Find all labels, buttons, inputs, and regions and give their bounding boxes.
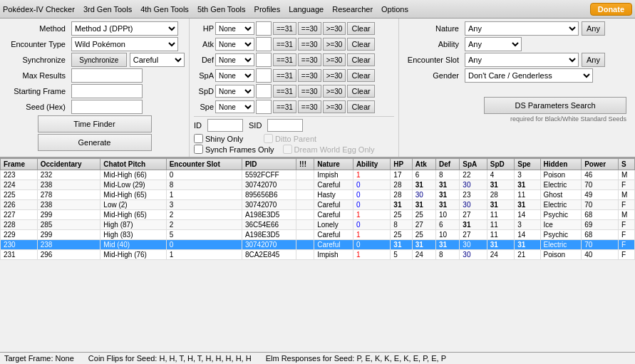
menu-item-5thgen[interactable]: 5th Gen Tools bbox=[197, 5, 246, 14]
max-results-input[interactable]: 1000 bbox=[71, 68, 143, 83]
hp-eq30-btn[interactable]: ==30 bbox=[298, 22, 321, 35]
spa-label: SpA bbox=[194, 71, 214, 80]
def-clear-btn[interactable]: Clear bbox=[347, 53, 374, 66]
col-ability[interactable]: Ability bbox=[353, 159, 390, 170]
def-eq31-btn[interactable]: ==31 bbox=[273, 53, 296, 66]
spe-stat-select[interactable]: None bbox=[215, 100, 254, 113]
atk-stat-select[interactable]: None bbox=[215, 38, 254, 51]
def-eq30-btn[interactable]: ==30 bbox=[298, 53, 321, 66]
table-row[interactable]: 230238Mid (40)030742070Careful0313131303… bbox=[1, 240, 635, 250]
right-column: Nature Any Any Ability Any Encounter Slo… bbox=[399, 19, 635, 157]
starting-frame-input[interactable]: 1 bbox=[71, 84, 143, 98]
col-occ[interactable]: Occidentary bbox=[37, 159, 100, 170]
spd-ge30-btn[interactable]: >=30 bbox=[323, 85, 346, 98]
synchronize-select[interactable]: Careful bbox=[130, 53, 185, 67]
hp-ge30-btn[interactable]: >=30 bbox=[323, 22, 346, 35]
spa-stat-input[interactable] bbox=[256, 68, 272, 83]
spd-eq31-btn[interactable]: ==31 bbox=[273, 85, 296, 98]
col-pitch[interactable]: Chatot Pitch bbox=[100, 159, 166, 170]
menu-item-4thgen[interactable]: 4th Gen Tools bbox=[140, 5, 189, 14]
menu-item-options[interactable]: Options bbox=[381, 5, 408, 14]
col-hp[interactable]: HP bbox=[391, 159, 412, 170]
menu-item-language[interactable]: Language bbox=[289, 5, 324, 14]
table-row[interactable]: 231296Mid-High (76)18CA2E845Impish152483… bbox=[1, 250, 635, 260]
spd-clear-btn[interactable]: Clear bbox=[347, 85, 374, 98]
table-row[interactable]: 223232Mid-High (66)05592FCFFImpish117682… bbox=[1, 170, 635, 180]
sync-frames-checkbox[interactable] bbox=[194, 145, 203, 154]
spd-stat-input[interactable] bbox=[256, 84, 272, 98]
hp-stat-select[interactable]: None bbox=[215, 22, 254, 35]
synchronize-button[interactable]: Synchronize bbox=[71, 53, 127, 67]
results-table-container[interactable]: Frame Occidentary Chatot Pitch Encounter… bbox=[0, 157, 635, 352]
atk-eq31-btn[interactable]: ==31 bbox=[273, 38, 296, 51]
table-row[interactable]: 228285High (87)236C54E66Lonely0827631113… bbox=[1, 220, 635, 230]
spa-eq31-btn[interactable]: ==31 bbox=[273, 69, 296, 82]
atk-stat-input[interactable] bbox=[256, 37, 272, 51]
sync-frames-check[interactable]: Synch Frames Only bbox=[194, 145, 277, 154]
spd-eq30-btn[interactable]: ==30 bbox=[298, 85, 321, 98]
col-def[interactable]: Def bbox=[436, 159, 460, 170]
table-row[interactable]: 229299High (83)5A198E3D5Careful125251027… bbox=[1, 230, 635, 240]
method-label: Method bbox=[4, 24, 68, 33]
dream-world-check[interactable]: Dream World Egg Only bbox=[283, 145, 378, 154]
col-power[interactable]: Power bbox=[582, 159, 619, 170]
col-spd[interactable]: SpD bbox=[487, 159, 514, 170]
encounter-slot-select[interactable]: Any bbox=[465, 53, 579, 67]
col-nature[interactable]: Nature bbox=[314, 159, 353, 170]
def-stat-select[interactable]: None bbox=[215, 53, 254, 66]
spa-ge30-btn[interactable]: >=30 bbox=[323, 69, 346, 82]
id-input[interactable]: 00527 bbox=[207, 119, 243, 132]
hp-clear-btn[interactable]: Clear bbox=[347, 22, 374, 35]
atk-eq30-btn[interactable]: ==30 bbox=[298, 38, 321, 51]
def-ge30-btn[interactable]: >=30 bbox=[323, 53, 346, 66]
table-row[interactable]: 227299Mid-High (65)2A198E3D5Careful12525… bbox=[1, 210, 635, 220]
col-spa[interactable]: SpA bbox=[460, 159, 487, 170]
status-bar: Target Frame: None Coin Flips for Seed: … bbox=[0, 352, 635, 364]
donate-button[interactable]: Donate bbox=[590, 3, 632, 16]
def-stat-input[interactable] bbox=[256, 53, 272, 67]
col-excl[interactable]: !!! bbox=[296, 159, 314, 170]
time-finder-button[interactable]: Time Finder bbox=[38, 115, 152, 132]
col-s[interactable]: S bbox=[618, 159, 634, 170]
seed-input[interactable]: 990d0a6a bbox=[71, 100, 143, 114]
generate-button[interactable]: Generate bbox=[38, 134, 152, 151]
ditto-parent-check[interactable]: Ditto Parent bbox=[264, 134, 328, 143]
atk-clear-btn[interactable]: Clear bbox=[347, 38, 374, 51]
shiny-only-checkbox[interactable] bbox=[194, 134, 203, 143]
hp-stat-input[interactable] bbox=[256, 21, 272, 36]
table-row[interactable]: 226238Low (2)330742070Careful03131313031… bbox=[1, 200, 635, 210]
nature-any-button[interactable]: Any bbox=[582, 21, 605, 36]
spe-eq30-btn[interactable]: ==30 bbox=[298, 100, 321, 113]
sid-input[interactable]: 12912 bbox=[267, 119, 303, 132]
spd-stat-select[interactable]: None bbox=[215, 85, 254, 98]
col-pid[interactable]: PID bbox=[242, 159, 296, 170]
table-row[interactable]: 224238Mid-Low (29)830742070Careful028313… bbox=[1, 180, 635, 190]
col-frame[interactable]: Frame bbox=[1, 159, 38, 170]
col-slot[interactable]: Encounter Slot bbox=[166, 159, 242, 170]
spe-clear-btn[interactable]: Clear bbox=[347, 100, 374, 113]
menu-item-researcher[interactable]: Researcher bbox=[332, 5, 373, 14]
method-select[interactable]: Method J (DPPt) bbox=[71, 21, 178, 36]
gender-select[interactable]: Don't Care / Genderless bbox=[465, 68, 593, 83]
col-atk[interactable]: Atk bbox=[412, 159, 435, 170]
atk-ge30-btn[interactable]: >=30 bbox=[323, 38, 346, 51]
encounter-slot-any-button[interactable]: Any bbox=[582, 53, 605, 67]
spe-eq31-btn[interactable]: ==31 bbox=[273, 100, 296, 113]
table-row[interactable]: 225278Mid-High (65)1895656B6Hasty0283031… bbox=[1, 190, 635, 200]
spa-stat-select[interactable]: None bbox=[215, 69, 254, 82]
menu-item-3rdgen[interactable]: 3rd Gen Tools bbox=[83, 5, 132, 14]
left-column: Method Method J (DPPt) Encounter Type Wi… bbox=[0, 19, 189, 157]
col-spe[interactable]: Spe bbox=[515, 159, 540, 170]
spa-clear-btn[interactable]: Clear bbox=[347, 69, 374, 82]
ds-params-button[interactable]: DS Parameters Search bbox=[484, 97, 626, 114]
col-hidden[interactable]: Hidden bbox=[540, 159, 582, 170]
hp-eq31-btn[interactable]: ==31 bbox=[273, 22, 296, 35]
spe-stat-input[interactable] bbox=[256, 100, 272, 114]
shiny-only-check[interactable]: Shiny Only bbox=[194, 134, 258, 143]
menu-item-profiles[interactable]: Profiles bbox=[254, 5, 281, 14]
ability-select[interactable]: Any bbox=[465, 37, 522, 51]
spe-ge30-btn[interactable]: >=30 bbox=[323, 100, 346, 113]
nature-select[interactable]: Any bbox=[465, 21, 579, 36]
encounter-type-select[interactable]: Wild Pokémon bbox=[71, 37, 178, 51]
spa-eq30-btn[interactable]: ==30 bbox=[298, 69, 321, 82]
